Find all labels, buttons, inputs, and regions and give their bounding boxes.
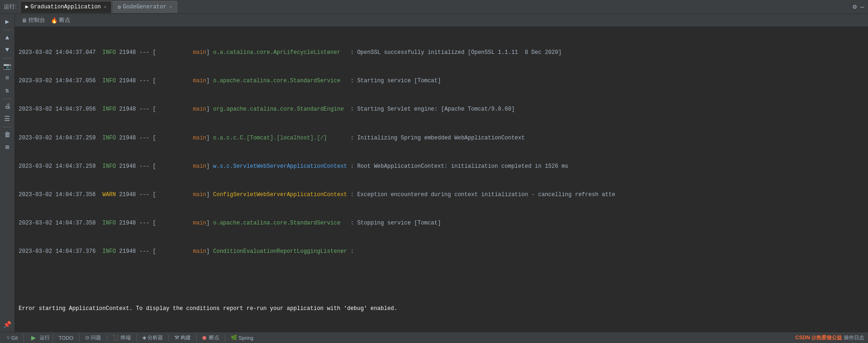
pin-button[interactable]: 📌 [1, 319, 14, 330]
content-wrapper: 🖥 控制台 🔥 断点 2023-03-02 14:04:37.047 INFO … [15, 14, 868, 332]
breakpoint-icon: 🔥 [51, 17, 58, 24]
log-line-1: 2023-03-02 14:04:37.047 INFO 21948 --- [… [15, 48, 868, 57]
build-label: 构建 [181, 334, 191, 341]
git-icon: ⑂ [7, 335, 10, 341]
log-line-8: 2023-03-02 14:04:37.376 INFO 21948 --- [… [15, 247, 868, 256]
breakpoint-status-label: 断点 [209, 334, 219, 341]
status-sep-7 [196, 334, 197, 342]
left-toolbar: ▶ ▲ ▼ 📷 ≡ ⇅ 🖨 ☰ 🗑 ⊞ 📌 [0, 14, 15, 332]
log-line-3: 2023-03-02 14:04:37.056 INFO 21948 --- [… [15, 105, 868, 114]
align-button[interactable]: ≡ [1, 73, 14, 84]
run-button[interactable]: ▶ [1, 16, 14, 27]
tab-generator[interactable]: ⚙ GodeGenerator ✕ [113, 1, 177, 13]
console-label: 控制台 [28, 16, 45, 24]
console-button[interactable]: 🖥 控制台 [19, 15, 48, 25]
breakpoint-dot [202, 336, 206, 340]
sub-toolbar: 🖥 控制台 🔥 断点 [15, 14, 868, 27]
list-button[interactable]: ☰ [1, 113, 14, 124]
spring-label: Spring [239, 335, 254, 341]
problem-label: 问题 [91, 334, 101, 341]
toolbar-sep-1 [3, 30, 12, 30]
minimize-icon[interactable]: — [861, 3, 864, 11]
git-label: Git [11, 335, 18, 341]
sort-button[interactable]: ⇅ [1, 85, 14, 96]
main-area: ▶ ▲ ▼ 📷 ≡ ⇅ 🖨 ☰ 🗑 ⊞ 📌 🖥 控制台 🔥 断点 [0, 14, 868, 332]
tab-graduation[interactable]: ▶ GraduationApplication ✕ [20, 1, 112, 13]
log-line-error-start: Error starting ApplicationContext. To di… [15, 304, 868, 313]
scroll-up-button[interactable]: ▲ [1, 32, 14, 43]
status-bar-right: CSDN @热爱做公益 操作日志 [795, 334, 864, 341]
log-line-4: 2023-03-02 14:04:37.259 INFO 21948 --- [… [15, 134, 868, 143]
run-controls: ▶ 运行 [28, 333, 50, 343]
build-icon: ⚒ [175, 335, 179, 341]
terminal-label: 终端 [121, 334, 131, 341]
log-line-2: 2023-03-02 14:04:37.056 INFO 21948 --- [… [15, 77, 868, 86]
log-area[interactable]: 2023-03-02 14:04:37.047 INFO 21948 --- [… [15, 27, 868, 332]
status-sep-8 [225, 334, 225, 342]
terminal-icon: ⬛ [113, 335, 119, 341]
status-sep-5 [136, 334, 137, 342]
title-bar-controls: ⚙ — [853, 3, 864, 11]
terminal-status[interactable]: ⬛ 终端 [110, 334, 134, 341]
camera-button[interactable]: 📷 [1, 60, 14, 72]
todo-status[interactable]: TODO [56, 335, 76, 341]
delete-button[interactable]: 🗑 [1, 129, 14, 140]
settings-icon[interactable]: ⚙ [853, 3, 856, 11]
status-sep-6 [168, 334, 169, 342]
git-status[interactable]: ⑂ Git [4, 335, 20, 341]
console-icon: 🖥 [21, 17, 27, 24]
problem-icon: ⊙ [85, 335, 89, 341]
analyze-label: 分析器 [148, 334, 163, 341]
status-sep-4 [107, 334, 107, 342]
run-play-button[interactable]: ▶ [28, 333, 39, 343]
build-status[interactable]: ⚒ 构建 [172, 334, 194, 341]
scroll-down-button[interactable]: ▼ [1, 44, 14, 55]
print-button[interactable]: 🖨 [1, 101, 14, 112]
breakpoint-status[interactable]: 断点 [200, 334, 222, 341]
breakpoint-button[interactable]: 🔥 断点 [48, 15, 73, 25]
tab-graduation-label: GraduationApplication [31, 4, 101, 10]
status-sep-3 [79, 334, 80, 342]
breakpoint-label: 断点 [59, 16, 70, 24]
log-line-6: 2023-03-02 14:04:37.356 WARN 21948 --- [… [15, 191, 868, 199]
status-sep-2 [53, 334, 53, 342]
toolbar-sep-4 [3, 127, 12, 127]
spring-icon: 🌿 [231, 335, 237, 341]
brand-text: CSDN @热爱做公益 [795, 334, 842, 341]
toolbar-sep-3 [3, 99, 12, 99]
tab-graduation-close[interactable]: ✕ [104, 4, 107, 10]
problem-status[interactable]: ⊙ 问题 [82, 334, 104, 341]
status-bar: ⑂ Git ▶ 运行 TODO ⊙ 问题 ⬛ 终端 ◈ 分析器 ⚒ 构建 断点 … [0, 332, 868, 343]
todo-label: TODO [59, 335, 74, 341]
tab-generator-label: GodeGenerator [123, 4, 167, 10]
spring-status[interactable]: 🌿 Spring [228, 335, 256, 341]
analyze-icon: ◈ [142, 335, 146, 341]
log-line-blank1 [15, 276, 868, 285]
run-label: 运行 [40, 334, 50, 341]
status-sep-1 [23, 334, 24, 342]
toolbar-sep-2 [3, 58, 12, 59]
tab-generator-close[interactable]: ✕ [169, 4, 172, 10]
run-label: 运行: [4, 3, 16, 11]
format-button[interactable]: ⊞ [1, 141, 14, 152]
title-bar: 运行: ▶ GraduationApplication ✕ ⚙ GodeGene… [0, 0, 868, 14]
log-line-7: 2023-03-02 14:04:37.358 INFO 21948 --- [… [15, 219, 868, 228]
tab-gear-icon: ⚙ [118, 4, 121, 11]
date-text: 操作日志 [844, 334, 864, 341]
log-line-5: 2023-03-02 14:04:37.259 INFO 21948 --- [… [15, 162, 868, 171]
analyze-status[interactable]: ◈ 分析器 [140, 334, 166, 341]
tab-play-icon: ▶ [25, 3, 28, 10]
